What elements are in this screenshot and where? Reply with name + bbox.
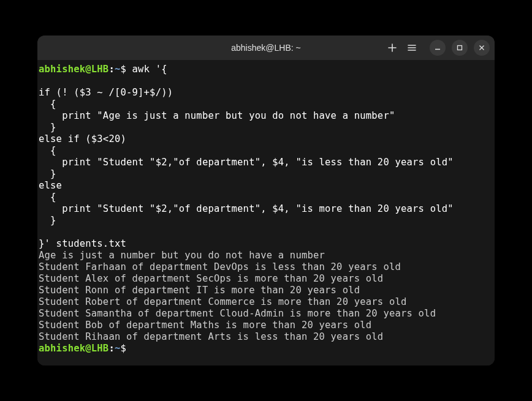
command-line-8: {	[39, 145, 56, 156]
svg-rect-0	[458, 46, 462, 50]
prompt-symbol-2: $	[120, 343, 126, 354]
maximize-button[interactable]	[452, 40, 468, 56]
command-line-9: print "Student "$2,"of department", $4, …	[39, 157, 454, 168]
command-line-11: else	[39, 180, 62, 191]
prompt-symbol: $	[120, 64, 126, 75]
command-line-6: }	[39, 122, 56, 133]
output-line-8: Student Rihaan of department Arts is les…	[39, 331, 383, 342]
prompt-user-host: abhishek@LHB	[39, 64, 108, 75]
menu-button[interactable]	[406, 42, 417, 53]
close-button[interactable]	[474, 40, 490, 56]
minimize-button[interactable]	[430, 40, 446, 56]
command-line-16: }' students.txt	[39, 238, 126, 249]
prompt-separator-2: :	[108, 343, 115, 354]
command-line-14: }	[39, 215, 56, 226]
output-line-4: Student Ronn of department IT is more th…	[39, 285, 360, 296]
prompt-user-host-2: abhishek@LHB	[39, 343, 108, 354]
output-line-3: Student Alex of department SecOps is mor…	[39, 273, 383, 284]
command-line-4: {	[39, 99, 56, 110]
command-line-10: }	[39, 168, 56, 179]
output-line-6: Student Samantha of department Cloud-Adm…	[39, 308, 436, 319]
command-line-1: awk '{	[126, 64, 167, 75]
command-line-13: print "Student "$2,"of department", $4, …	[39, 203, 454, 214]
output-line-2: Student Farhaan of department DevOps is …	[39, 261, 401, 272]
prompt-separator: :	[108, 64, 115, 75]
output-line-7: Student Bob of department Maths is more …	[39, 320, 371, 331]
output-line-5: Student Robert of department Commerce is…	[39, 296, 407, 307]
terminal-window: abhishek@LHB: ~ abhishek@LHB:~$ awk '	[37, 36, 495, 365]
output-line-1: Age is just a number but you do not have…	[39, 250, 325, 261]
window-buttons	[430, 40, 490, 56]
title-bar-controls	[387, 40, 490, 56]
new-tab-button[interactable]	[387, 42, 398, 53]
command-line-12: {	[39, 192, 56, 203]
terminal-body[interactable]: abhishek@LHB:~$ awk '{ if (! ($3 ~ /[0-9…	[37, 60, 495, 365]
title-bar: abhishek@LHB: ~	[37, 36, 495, 60]
command-line-3: if (! ($3 ~ /[0-9]+$/))	[39, 87, 173, 98]
command-line-5: print "Age is just a number but you do n…	[39, 110, 395, 121]
command-line-7: else if ($3<20)	[39, 133, 126, 144]
